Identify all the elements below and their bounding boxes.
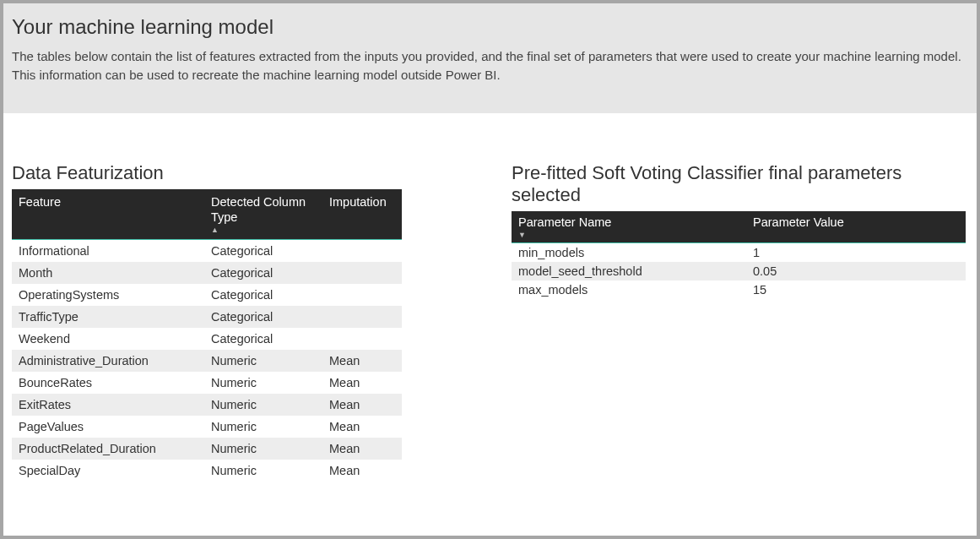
table-row[interactable]: InformationalCategorical [12,239,402,262]
cell-type: Numeric [204,460,322,482]
featurization-col-feature[interactable]: Feature [12,189,204,240]
report-frame: Your machine learning model The tables b… [3,3,977,536]
cell-param-value: 1 [746,242,966,262]
cell-imputation [322,306,402,328]
cell-feature: SpecialDay [12,460,204,482]
cell-param-value: 0.05 [746,262,966,280]
parameters-table: Parameter Name ▼ Parameter Value min_mod… [512,211,966,299]
cell-feature: PageValues [12,416,204,438]
cell-imputation: Mean [322,394,402,416]
parameters-section: Pre-fitted Soft Voting Classifier final … [512,162,966,482]
table-row[interactable]: max_models15 [512,280,966,299]
featurization-col-imputation[interactable]: Imputation [322,189,402,240]
cell-feature: Weekend [12,328,204,350]
cell-type: Categorical [204,284,322,306]
cell-feature: Administrative_Duration [12,350,204,372]
cell-type: Categorical [204,262,322,284]
cell-param-value: 15 [746,280,966,299]
cell-type: Numeric [204,438,322,460]
featurization-col-type[interactable]: Detected Column Type ▲ [204,189,322,240]
col-label: Feature [19,194,198,210]
table-row[interactable]: WeekendCategorical [12,328,402,350]
cell-feature: ProductRelated_Duration [12,438,204,460]
cell-feature: TrafficType [12,306,204,328]
table-row[interactable]: Administrative_DurationNumericMean [12,350,402,372]
parameters-col-value[interactable]: Parameter Value [746,211,966,243]
table-row[interactable]: BounceRatesNumericMean [12,372,402,394]
cell-feature: OperatingSystems [12,284,204,306]
cell-imputation [322,239,402,262]
sort-asc-icon: ▲ [211,226,316,234]
featurization-title: Data Featurization [12,162,402,184]
cell-param-name: max_models [512,280,746,299]
col-label: Parameter Value [753,215,959,230]
cell-param-name: min_models [512,242,746,262]
cell-param-name: model_seed_threshold [512,262,746,280]
cell-imputation: Mean [322,460,402,482]
table-row[interactable]: OperatingSystemsCategorical [12,284,402,306]
cell-imputation: Mean [322,438,402,460]
cell-type: Categorical [204,306,322,328]
table-row[interactable]: ExitRatesNumericMean [12,394,402,416]
table-row[interactable]: ProductRelated_DurationNumericMean [12,438,402,460]
col-label: Detected Column Type [211,194,316,225]
cell-type: Categorical [204,328,322,350]
cell-feature: ExitRates [12,394,204,416]
cell-feature: Month [12,262,204,284]
cell-type: Numeric [204,394,322,416]
page-title: Your machine learning model [12,15,968,39]
page-description: The tables below contain the list of fea… [12,47,968,84]
cell-feature: BounceRates [12,372,204,394]
cell-imputation: Mean [322,350,402,372]
sort-desc-icon: ▼ [518,231,739,239]
table-row[interactable]: MonthCategorical [12,262,402,284]
table-row[interactable]: PageValuesNumericMean [12,416,402,438]
featurization-table: Feature Detected Column Type ▲ Imputatio… [12,189,402,482]
cell-type: Numeric [204,416,322,438]
cell-type: Numeric [204,372,322,394]
cell-type: Categorical [204,239,322,262]
cell-imputation: Mean [322,416,402,438]
table-row[interactable]: TrafficTypeCategorical [12,306,402,328]
table-row[interactable]: SpecialDayNumericMean [12,460,402,482]
col-label: Imputation [329,194,395,210]
cell-imputation: Mean [322,372,402,394]
cell-type: Numeric [204,350,322,372]
table-row[interactable]: min_models1 [512,242,966,262]
cell-feature: Informational [12,239,204,262]
col-label: Parameter Name [518,215,739,230]
cell-imputation [322,262,402,284]
parameters-col-name[interactable]: Parameter Name ▼ [512,211,746,243]
table-row[interactable]: model_seed_threshold0.05 [512,262,966,280]
featurization-section: Data Featurization Feature Detected Colu… [12,162,402,482]
cell-imputation [322,328,402,350]
cell-imputation [322,284,402,306]
parameters-title: Pre-fitted Soft Voting Classifier final … [512,162,966,206]
report-header: Your machine learning model The tables b… [3,3,977,113]
report-body: Data Featurization Feature Detected Colu… [3,113,977,490]
